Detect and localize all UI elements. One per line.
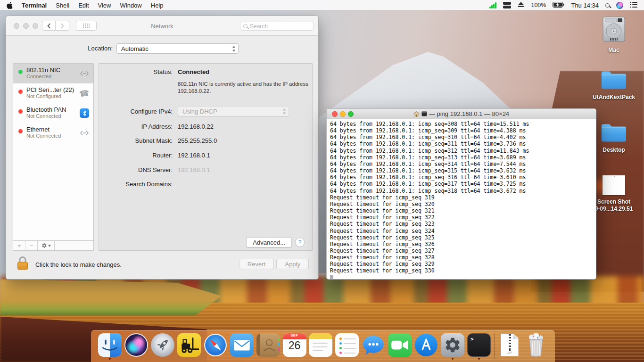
info-value: 192.168.0.22 [178, 123, 214, 130]
help-button[interactable]: ? [295, 238, 305, 247]
menu-shell[interactable]: Shell [56, 2, 69, 9]
close-button[interactable] [14, 23, 19, 29]
active-app-menu[interactable]: Terminal [22, 2, 47, 9]
show-all-button[interactable] [76, 21, 97, 31]
dock-trash-icon[interactable] [523, 333, 549, 361]
status-dot [18, 70, 23, 74]
location-popup[interactable]: Automatic [116, 43, 239, 54]
desktop-icon-utandkextpack[interactable]: UtAndKextPack [591, 70, 636, 101]
dock-notes-icon[interactable] [308, 333, 334, 361]
phone-icon: ☎ [79, 88, 90, 99]
drive-stack-icon[interactable] [503, 1, 511, 9]
signal-icon[interactable] [489, 2, 496, 8]
terminal-titlebar[interactable]: — ping 192.168.0.1 — 80×24 [327, 109, 596, 119]
location-label: Location: [88, 45, 113, 52]
dock-finder-icon[interactable] [97, 333, 123, 361]
siri-icon[interactable] [616, 2, 623, 9]
desktop-icon-screen-shot[interactable]: Screen Shot9-09...14.29.51 [591, 175, 636, 213]
menu-clock[interactable]: Thu 14:34 [571, 2, 599, 9]
search-placeholder: Search [250, 23, 268, 30]
network-services-list: 802.11n NICConnectedPCI Seri...ter (22)N… [13, 63, 94, 251]
dock-forklift-icon[interactable] [176, 333, 202, 361]
ethernet-icon [79, 128, 90, 138]
terminal-line: Request timeout for icmp_seq 321 [330, 207, 596, 214]
desktop-icon-desktop[interactable]: Desktop [591, 123, 636, 154]
dock-reminders-icon[interactable] [334, 333, 360, 361]
menu-window[interactable]: Window [120, 2, 142, 9]
dock-messages-icon[interactable] [360, 333, 387, 361]
dock-zip-file-icon[interactable]: ZIP [496, 333, 523, 361]
dock-terminal-icon[interactable]: >_ [466, 333, 492, 361]
configure-ipv4-popup[interactable]: Using DHCP [178, 106, 289, 116]
folder-icon [601, 123, 627, 145]
terminal-line: 64 bytes from 192.168.0.1: icmp_seq=316 … [330, 174, 596, 181]
menu-help[interactable]: Help [151, 2, 164, 9]
service-bluetooth-pan[interactable]: Bluetooth PANNot Connected [13, 103, 93, 123]
advanced-button[interactable]: Advanced... [246, 237, 292, 247]
dock-siri-icon[interactable] [123, 333, 149, 361]
dock-calendar-icon[interactable]: SEP 26 [281, 333, 308, 361]
popup-steppers-icon [232, 45, 236, 52]
add-service-button[interactable]: + [13, 241, 25, 250]
dock-safari-icon[interactable] [202, 333, 229, 361]
terminal-line: 64 bytes from 192.168.0.1: icmp_seq=312 … [330, 148, 596, 154]
remove-service-button[interactable]: − [25, 241, 38, 250]
status-dot [18, 129, 23, 133]
desktop-icon-mac[interactable]: Mac [591, 16, 636, 54]
desktop-icon-label-2: 9-09...14.29.51 [591, 206, 636, 213]
network-detail-pane: Status: Connected 802.11n NIC is current… [99, 63, 313, 251]
zoom-button[interactable] [33, 23, 38, 29]
terminal-output[interactable]: 64 bytes from 192.168.0.1: icmp_seq=308 … [327, 119, 596, 279]
info-value: 192.168.0.1 [178, 152, 210, 159]
info-label: DNS Server: [99, 166, 173, 173]
terminal-window: — ping 192.168.0.1 — 80×24 64 bytes from… [326, 108, 596, 280]
search-input[interactable]: Search [240, 22, 314, 31]
terminal-line: 64 bytes from 192.168.0.1: icmp_seq=311 … [330, 140, 596, 147]
dock-separator [494, 333, 495, 359]
menu-bar: Terminal ShellEditViewWindowHelp 100% Th… [0, 0, 644, 10]
service-ethernet[interactable]: EthernetNot Connected [13, 123, 93, 143]
terminal-line: Request timeout for icmp_seq 324 [330, 228, 596, 234]
dock-launchpad-icon[interactable] [149, 333, 176, 361]
network-window-titlebar[interactable]: Network Search [6, 16, 318, 36]
terminal-line: Request timeout for icmp_seq 323 [330, 221, 596, 227]
terminal-line: Request timeout for icmp_seq 328 [330, 254, 596, 261]
configure-ipv4-label: Configure IPv4: [99, 108, 173, 115]
lock-icon[interactable] [17, 255, 29, 272]
terminal-line: 64 bytes from 192.168.0.1: icmp_seq=308 … [330, 121, 596, 127]
notification-center-icon[interactable] [630, 2, 637, 9]
apple-menu-icon[interactable] [7, 2, 13, 9]
search-icon [243, 24, 248, 28]
terminal-line: 64 bytes from 192.168.0.1: icmp_seq=309 … [330, 127, 596, 134]
dock-system-preferences-icon[interactable] [439, 333, 466, 361]
desktop-icon-label: Screen Shot [591, 198, 636, 206]
menu-edit[interactable]: Edit [78, 2, 89, 9]
service-802-11n-nic[interactable]: 802.11n NICConnected [13, 64, 93, 83]
forward-button[interactable] [56, 21, 69, 31]
dock-app-store-icon[interactable] [413, 333, 439, 361]
status-value: Connected [178, 68, 209, 75]
lock-hint-text: Click the lock to make changes. [35, 261, 122, 268]
terminal-line: 64 bytes from 192.168.0.1: icmp_seq=318 … [330, 188, 596, 194]
macos-desktop: { "menubar": { "app_name": "Terminal", "… [0, 0, 644, 362]
dock: SEP 26 [91, 330, 555, 362]
terminal-line: 64 bytes from 192.168.0.1: icmp_seq=313 … [330, 154, 596, 161]
dock-facetime-icon[interactable] [387, 333, 413, 361]
apply-button[interactable]: Apply [276, 259, 309, 269]
status-dot [18, 90, 23, 94]
service-pci-seri-ter-22-[interactable]: PCI Seri...ter (22)Not Configured☎ [13, 83, 93, 103]
status-label: Status: [99, 68, 173, 75]
configure-ipv4-value: Using DHCP [182, 108, 217, 115]
menu-view[interactable]: View [98, 2, 111, 9]
revert-button[interactable]: Revert [239, 259, 274, 269]
minimize-button[interactable] [23, 23, 29, 29]
service-actions-button[interactable] [38, 241, 55, 250]
app-menus: ShellEditViewWindowHelp [56, 2, 163, 9]
back-button[interactable] [42, 21, 56, 31]
eject-icon[interactable] [518, 1, 524, 9]
dock-mail-icon[interactable] [229, 333, 255, 361]
spotlight-search-icon[interactable] [605, 3, 610, 8]
battery-icon[interactable] [553, 2, 564, 9]
dock-contacts-icon[interactable] [255, 333, 281, 361]
hdd-icon [602, 16, 626, 45]
